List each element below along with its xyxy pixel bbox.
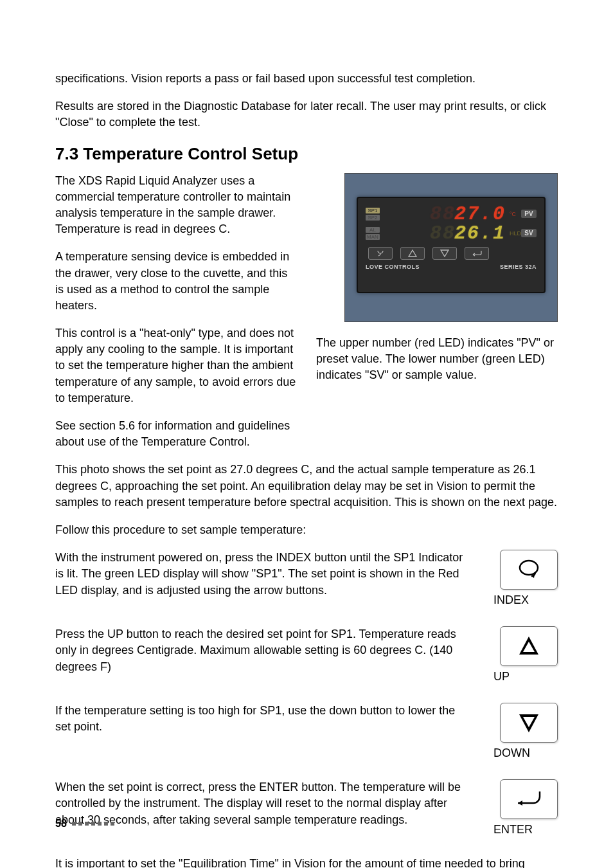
tag-sp2: SP2 (366, 215, 380, 221)
closing-para: It is important to set the "Equilibratio… (55, 856, 558, 868)
panel-button-index (368, 247, 393, 260)
section-para-4: See section 5.6 for information and guid… (55, 418, 297, 450)
panel-button-down (432, 247, 457, 260)
up-button-label: UP (493, 670, 558, 683)
controller-panel: SP1 SP2 8827.0 °C PV AL MAN 8826.1 HL (357, 197, 546, 293)
step-enter-text: When the set point is correct, press the… (55, 779, 468, 828)
intro-para-2: Results are stored in the Diagnostic Dat… (55, 98, 558, 131)
tag-al: AL (366, 227, 380, 233)
step-index-text: With the instrument powered on, press th… (55, 550, 468, 599)
section-para-3: This control is a "heat-only" type, and … (55, 325, 297, 406)
panel-button-enter (465, 247, 489, 260)
pv-unit: °C (510, 211, 519, 217)
controller-brand: LOVE CONTROLS (366, 264, 420, 270)
section-para-1: The XDS Rapid Liquid Analyzer uses a com… (55, 173, 297, 238)
photo-caption: The upper number (red LED) indicates "PV… (316, 335, 558, 384)
down-button-icon (500, 703, 558, 743)
section-para-5: This photo shows the set point as 27.0 d… (55, 462, 558, 511)
page-number: 58 (55, 818, 67, 829)
footer-dots-icon (72, 822, 114, 826)
step-down-text: If the temperature setting is too high f… (55, 703, 468, 735)
intro-para-1: specifications. Vision reports a pass or… (55, 71, 558, 87)
section-title: 7.3 Temperature Control Setup (55, 144, 558, 164)
tag-sp1: SP1 (366, 208, 380, 213)
panel-button-up (400, 247, 425, 260)
controller-photo: SP1 SP2 8827.0 °C PV AL MAN 8826.1 HL (344, 173, 558, 322)
tag-hld: HLD (510, 230, 519, 237)
pv-badge: PV (521, 210, 537, 218)
enter-button-icon (500, 779, 558, 819)
step-up-text: Press the UP button to reach the desired… (55, 626, 468, 675)
index-button-icon (500, 550, 558, 590)
index-button-label: INDEX (493, 593, 558, 607)
sv-badge: SV (521, 229, 537, 237)
sv-display: 8826.1 (384, 222, 507, 244)
enter-button-label: ENTER (493, 823, 558, 836)
controller-series: SERIES 32A (500, 264, 537, 270)
section-para-6: Follow this procedure to set sample temp… (55, 522, 558, 538)
tag-man: MAN (366, 234, 380, 240)
section-para-2: A temperature sensing device is embedded… (55, 249, 297, 314)
pv-display: 8827.0 (384, 203, 507, 225)
down-button-label: DOWN (493, 746, 558, 760)
page-footer: 58 (55, 818, 114, 829)
up-button-icon (500, 626, 558, 666)
